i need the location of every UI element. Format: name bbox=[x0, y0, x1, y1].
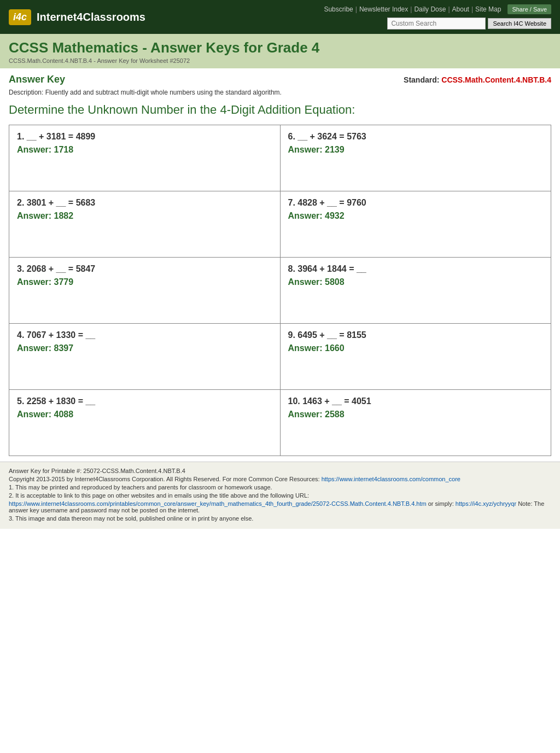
problem-equation: 2. 3801 + __ = 5683 bbox=[17, 198, 272, 208]
standard-label: Standard: bbox=[404, 75, 439, 84]
problem-cell: 6. __ + 3624 = 5763Answer: 2139 bbox=[281, 125, 551, 191]
footer-url: https://www.internet4classrooms.com/prin… bbox=[9, 500, 551, 513]
logo-icon: i4c bbox=[9, 9, 31, 25]
problem-equation: 3. 2068 + __ = 5847 bbox=[17, 264, 272, 274]
problem-answer: Answer: 8397 bbox=[17, 343, 272, 353]
problem-cell: 7. 4828 + __ = 9760Answer: 4932 bbox=[281, 191, 551, 257]
problem-equation: 10. 1463 + __ = 4051 bbox=[288, 396, 544, 406]
problem-equation: 8. 3964 + 1844 = __ bbox=[288, 264, 544, 274]
problem-answer: Answer: 4088 bbox=[17, 410, 272, 419]
footer-note3: 3. This image and data thereon may not b… bbox=[9, 515, 551, 522]
standard-info: Standard: CCSS.Math.Content.4.NBT.B.4 bbox=[404, 75, 551, 84]
problem-equation: 9. 6495 + __ = 8155 bbox=[288, 330, 544, 340]
footer-note2: 2. It is acceptable to link to this page… bbox=[9, 492, 551, 499]
problem-answer: Answer: 1718 bbox=[17, 145, 272, 155]
problem-cell: 8. 3964 + 1844 = __Answer: 5808 bbox=[281, 258, 551, 323]
answer-key-header: Answer Key Standard: CCSS.Math.Content.4… bbox=[9, 74, 551, 85]
problem-row: 3. 2068 + __ = 5847Answer: 37798. 3964 +… bbox=[9, 257, 551, 323]
problem-answer: Answer: 5808 bbox=[288, 277, 544, 287]
nav-newsletter[interactable]: Newsletter Index bbox=[357, 5, 410, 13]
search-button[interactable]: Search I4C Website bbox=[488, 18, 551, 29]
problem-answer: Answer: 4932 bbox=[288, 211, 544, 221]
problems-grid: 1. __ + 3181 = 4899Answer: 17186. __ + 3… bbox=[9, 125, 551, 456]
problem-answer: Answer: 1882 bbox=[17, 211, 272, 221]
problem-row: 1. __ + 3181 = 4899Answer: 17186. __ + 3… bbox=[9, 125, 551, 191]
standard-value: CCSS.Math.Content.4.NBT.B.4 bbox=[441, 75, 551, 84]
breadcrumb: CCSS.Math.Content.4.NBT.B.4 - Answer Key… bbox=[9, 57, 551, 64]
problem-equation: 5. 2258 + 1830 = __ bbox=[17, 396, 272, 406]
problem-answer: Answer: 3779 bbox=[17, 277, 272, 287]
header: i4c Internet4Classrooms Subscribe | News… bbox=[0, 0, 560, 34]
nav-site-map[interactable]: Site Map bbox=[473, 5, 503, 13]
problem-cell: 1. __ + 3181 = 4899Answer: 1718 bbox=[9, 125, 281, 191]
problem-cell: 2. 3801 + __ = 5683Answer: 1882 bbox=[9, 191, 281, 257]
copyright: Copyright 2013-2015 by Internet4Classroo… bbox=[9, 476, 551, 482]
nav-area: Subscribe | Newsletter Index | Daily Dos… bbox=[322, 4, 551, 30]
short-url-link[interactable]: https://i4c.xyz/ychryyqr bbox=[456, 500, 516, 507]
nav-daily-dose[interactable]: Daily Dose bbox=[412, 5, 448, 13]
problem-cell: 5. 2258 + 1830 = __Answer: 4088 bbox=[9, 390, 281, 456]
footer-note1: 1. This may be printed and reproduced by… bbox=[9, 484, 551, 491]
footer: Answer Key for Printable #: 25072-CCSS.M… bbox=[0, 462, 560, 529]
common-core-link[interactable]: https://www.internet4classrooms.com/comm… bbox=[322, 476, 460, 482]
long-url-link[interactable]: https://www.internet4classrooms.com/prin… bbox=[9, 500, 427, 507]
page-title: CCSS Mathematics - Answer Keys for Grade… bbox=[9, 39, 551, 56]
problem-cell: 4. 7067 + 1330 = __Answer: 8397 bbox=[9, 324, 281, 389]
printable-ref: Answer Key for Printable #: 25072-CCSS.M… bbox=[9, 468, 551, 474]
worksheet-title: Determine the Unknown Number in the 4-Di… bbox=[9, 103, 551, 117]
search-input[interactable] bbox=[387, 17, 486, 30]
share-save-button[interactable]: Share / Save bbox=[508, 4, 551, 14]
problem-cell: 10. 1463 + __ = 4051Answer: 2588 bbox=[281, 390, 551, 456]
title-band: CCSS Mathematics - Answer Keys for Grade… bbox=[0, 34, 560, 68]
nav-about[interactable]: About bbox=[450, 5, 471, 13]
nav-subscribe[interactable]: Subscribe bbox=[322, 5, 355, 13]
answer-key-label: Answer Key bbox=[9, 74, 65, 85]
content: Answer Key Standard: CCSS.Math.Content.4… bbox=[0, 68, 560, 462]
problem-row: 2. 3801 + __ = 5683Answer: 18827. 4828 +… bbox=[9, 191, 551, 257]
problem-equation: 1. __ + 3181 = 4899 bbox=[17, 132, 272, 142]
problem-row: 4. 7067 + 1330 = __Answer: 83979. 6495 +… bbox=[9, 323, 551, 389]
problem-cell: 3. 2068 + __ = 5847Answer: 3779 bbox=[9, 258, 281, 323]
description: Description: Fluently add and subtract m… bbox=[9, 89, 551, 96]
problem-row: 5. 2258 + 1830 = __Answer: 408810. 1463 … bbox=[9, 389, 551, 456]
problem-cell: 9. 6495 + __ = 8155Answer: 1660 bbox=[281, 324, 551, 389]
problem-equation: 7. 4828 + __ = 9760 bbox=[288, 198, 544, 208]
problem-answer: Answer: 2588 bbox=[288, 410, 544, 419]
problem-equation: 6. __ + 3624 = 5763 bbox=[288, 132, 544, 142]
problem-equation: 4. 7067 + 1330 = __ bbox=[17, 330, 272, 340]
problem-answer: Answer: 1660 bbox=[288, 343, 544, 353]
logo-area: i4c Internet4Classrooms bbox=[9, 9, 145, 25]
site-name: Internet4Classrooms bbox=[37, 11, 145, 24]
top-nav: Subscribe | Newsletter Index | Daily Dos… bbox=[322, 4, 551, 14]
problem-answer: Answer: 2139 bbox=[288, 145, 544, 155]
search-area: Search I4C Website bbox=[387, 17, 551, 30]
